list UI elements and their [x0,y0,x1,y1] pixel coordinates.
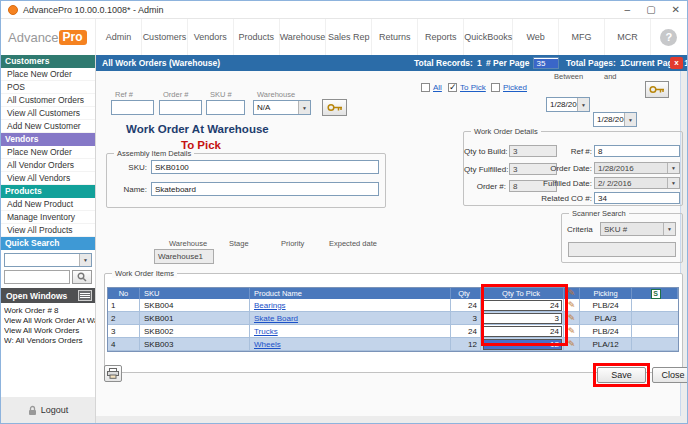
logo-pro-badge: Pro [59,30,87,45]
scanner-input[interactable] [568,242,676,257]
ref-filter-input[interactable] [111,100,154,115]
product-link[interactable]: Bearings [254,301,286,310]
total-records: Total Records: 1 [414,55,482,71]
save-button[interactable]: Save [597,367,646,383]
sidebar-section-quick-search: Quick Search [1,237,95,250]
close-button[interactable]: Close [652,367,688,383]
nav-reports[interactable]: Reports [418,19,464,55]
sidebar-item-place-new-order-customer[interactable]: Place New Order [1,68,95,81]
maximize-icon[interactable]: ▢ [646,2,655,18]
quick-search-button[interactable] [72,270,92,284]
search-filter-button[interactable] [322,99,347,116]
print-button[interactable] [104,365,122,382]
close-icon[interactable]: ✕ [672,2,680,18]
sidebar-item-pos[interactable]: POS [1,81,95,94]
row-edit-cell: ✎ [564,312,580,325]
total-pages: Total Pages: 1 [566,55,625,71]
qty-to-pick-input[interactable]: 3 [483,313,562,324]
order-filter-input[interactable] [159,100,202,115]
nav-sales-rep[interactable]: Sales Rep [326,19,372,55]
date-search-button[interactable] [645,81,669,98]
nav-quickbooks[interactable]: QuickBooks [464,19,513,55]
help-icon[interactable]: ? [660,29,677,46]
open-windows-list: Work Order # 8 View All Work Order At Wa… [1,303,95,397]
expected-date-label: Expected date [329,239,377,248]
row-export-cell [632,325,678,338]
row-qty: 24 [451,325,481,338]
row-sku: SKB003 [140,338,250,351]
sku-filter-input[interactable] [206,100,245,115]
quick-search-select[interactable] [4,253,92,267]
ref-input[interactable]: 8 [594,145,680,157]
nav-mfg[interactable]: MFG [559,19,605,55]
assembly-name-input[interactable]: Skateboard [151,182,379,196]
checkbox-icon [421,83,430,92]
row-no: 2 [108,312,140,325]
nav-web[interactable]: Web [513,19,559,55]
quick-search-input[interactable] [4,270,70,284]
sidebar-item-add-new-customer[interactable]: Add New Customer [1,120,95,133]
nav-customers[interactable]: Customers [142,19,188,55]
open-window-work-order-8[interactable]: Work Order # 8 [4,306,95,316]
row-qty: 12 [451,338,481,351]
sidebar-item-view-all-vendors[interactable]: View All Vendors [1,172,95,185]
open-window-all-vendors-orders[interactable]: W: All Vendors Orders [4,336,95,346]
nav-returns[interactable]: Returns [372,19,418,55]
qty-to-pick-input[interactable]: 24 [483,300,562,311]
related-co-input[interactable]: 34 [594,192,680,204]
sidebar-item-place-new-order-vendor[interactable]: Place New Order [1,146,95,159]
help-area: ? [651,19,687,55]
nav-warehouse[interactable]: Warehouse [280,19,327,55]
edit-icon[interactable]: ✎ [568,340,576,349]
open-window-view-all-work-orders[interactable]: View All Work Orders [4,326,95,336]
close-page-icon[interactable]: x [670,57,683,69]
edit-icon[interactable]: ✎ [568,301,576,310]
assembly-sku-input[interactable]: SKB0100 [151,160,379,174]
between-label: Between [554,72,583,81]
qty-to-pick-input[interactable]: 24 [483,326,562,337]
order-date-select: 1/28/2016 [594,162,680,174]
search-icon [77,272,87,282]
logo-text: Advance [8,30,59,45]
work-order-items-table: No SKU Product Name Qty Qty To Pick ✎ Pi… [107,287,679,352]
to-pick-checkbox[interactable]: To Pick [448,83,486,92]
row-pick-cell: 24 [481,325,564,338]
logout-button[interactable]: Logout [41,405,69,415]
warehouse-filter-select[interactable]: N/A [253,100,311,115]
all-checkbox[interactable]: All [421,83,442,92]
sidebar-item-manage-inventory[interactable]: Manage Inventory [1,211,95,224]
edit-icon[interactable]: ✎ [568,327,576,336]
sidebar-item-view-all-customers[interactable]: View All Customers [1,107,95,120]
product-link[interactable]: Trucks [254,327,278,336]
nav-admin[interactable]: Admin [96,19,142,55]
sidebar-item-all-vendor-orders[interactable]: All Vendor Orders [1,159,95,172]
minimize-icon[interactable]: – [625,2,631,18]
nav-products[interactable]: Products [234,19,280,55]
product-link[interactable]: Wheels [254,340,281,349]
per-page-input[interactable]: 35 [533,57,559,69]
criteria-select[interactable]: SKU # [600,222,676,236]
warehouse-label: Warehouse [169,239,207,248]
sidebar-item-view-all-products[interactable]: View All Products [1,224,95,237]
sidebar-item-all-customer-orders[interactable]: All Customer Orders [1,94,95,107]
product-link[interactable]: Skate Board [254,314,298,323]
date-from-select[interactable]: 1/28/2016 [546,97,590,112]
excel-export-icon[interactable]: S [651,289,661,299]
qty-to-pick-input-selected[interactable]: 12 [483,339,562,350]
row-product: Bearings [250,299,451,312]
row-product: Skate Board [250,312,451,325]
page-title: All Work Orders (Warehouse) [102,55,220,71]
table-row: 3 SKB002 Trucks 24 24 ✎ PLB/24 [108,325,678,338]
and-label: and [604,72,617,81]
sidebar-item-add-new-product[interactable]: Add New Product [1,198,95,211]
date-to-select[interactable]: 1/28/2016 [593,112,637,127]
nav-vendors[interactable]: Vendors [188,19,234,55]
picked-checkbox[interactable]: Picked [491,83,527,92]
edit-icon[interactable]: ✎ [568,314,576,323]
window-list-icon[interactable] [78,290,92,301]
page-header-bar: All Work Orders (Warehouse) Total Record… [96,55,687,71]
table-header-row: No SKU Product Name Qty Qty To Pick ✎ Pi… [108,288,678,299]
nav-mcr[interactable]: MCR [605,19,651,55]
open-window-view-all-wo-at-warehouse[interactable]: View All Work Order At War [4,316,95,326]
related-co-label: Related CO #: [526,194,592,203]
